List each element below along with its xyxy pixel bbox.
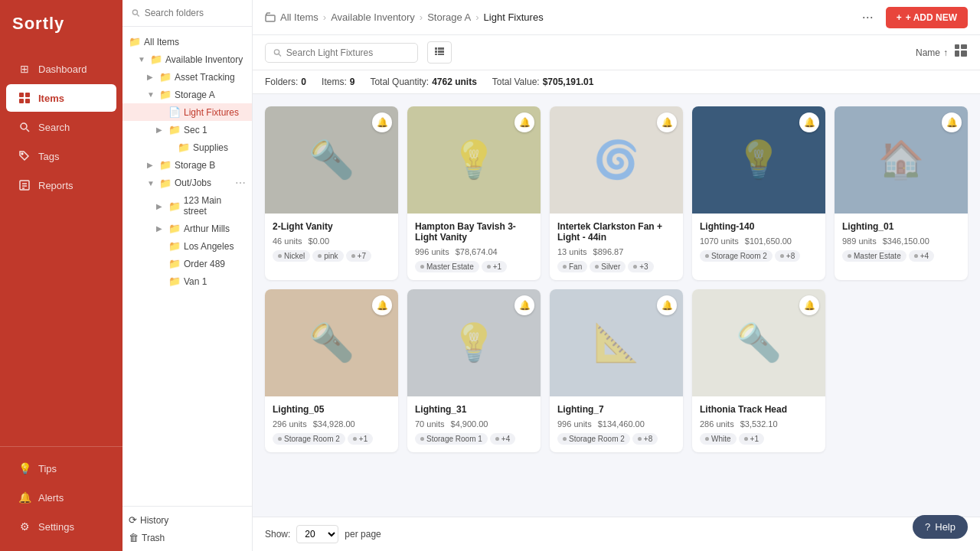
tree-item-menu-icon[interactable]: ⋯ (235, 177, 246, 189)
tree-item-history[interactable]: ⟳ History (122, 511, 252, 529)
item-tag: Storage Room 2 (557, 433, 630, 445)
tree-item-label: Trash (142, 533, 165, 543)
sidebar-item-search[interactable]: Search (6, 113, 116, 141)
sidebar-item-label: Search (38, 122, 70, 133)
folder-icon: 📁 (168, 240, 181, 252)
tag-dot (278, 254, 282, 258)
item-image: 🏠 🔔 (835, 106, 968, 214)
toolbar: Name ↑ (253, 35, 980, 70)
sidebar-item-tips[interactable]: 💡 Tips (6, 455, 116, 482)
item-image: 🔦 🔔 (265, 289, 398, 396)
tree-item-supplies[interactable]: ▶ 📁 Supplies (122, 139, 252, 156)
item-stats: 13 units $896.87 (557, 247, 675, 256)
bell-button[interactable]: 🔔 (514, 112, 534, 132)
tag-dot (318, 254, 322, 258)
tree-item-label: All Items (144, 37, 179, 47)
item-units: 296 units (273, 419, 307, 429)
tree-item-out-jobs[interactable]: ▼ 📁 Out/Jobs ⋯ (122, 174, 252, 192)
item-card-hampton-bay[interactable]: 💡 🔔 Hampton Bay Tavish 3-Light Vanity 99… (407, 106, 541, 280)
item-tag: pink (312, 250, 343, 262)
svg-point-4 (21, 123, 27, 129)
bell-button[interactable]: 🔔 (942, 112, 962, 132)
tag-dot (563, 265, 567, 269)
sidebar-item-reports[interactable]: Reports (6, 171, 116, 199)
item-card-lighting-31[interactable]: 💡 🔔 Lighting_31 70 units $4,900.00 Stora… (407, 289, 541, 452)
tree-item-arthur-mills[interactable]: ▶ 📁 Arthur Mills (122, 220, 252, 237)
bell-button[interactable]: 🔔 (372, 295, 392, 315)
tree-item-storage-b[interactable]: ▶ 📁 Storage B (122, 156, 252, 174)
tree-item-order-489[interactable]: ▶ 📁 Order 489 (122, 255, 252, 272)
tree-item-los-angeles[interactable]: ▶ 📁 Los Angeles (122, 237, 252, 255)
bell-button[interactable]: 🔔 (799, 112, 819, 132)
grid-icon (954, 44, 968, 57)
folder-search-icon (132, 8, 140, 18)
add-new-button[interactable]: + + ADD NEW (886, 7, 968, 28)
item-tag: +1 (482, 261, 507, 272)
file-tree-panel: 📁 All Items ▼ 📁 Available Inventory ▶ 📁 … (122, 0, 253, 551)
item-stats: 989 units $346,150.00 (842, 236, 960, 246)
item-units: 286 units (700, 419, 734, 429)
folder-search-input[interactable] (145, 8, 243, 18)
sidebar-item-dashboard[interactable]: ⊞ Dashboard (6, 55, 116, 83)
item-card-lighting-7[interactable]: 📐 🔔 Lighting_7 996 units $134,460.00 Sto… (550, 289, 683, 452)
item-tags: White +1 (700, 433, 818, 445)
bell-button[interactable]: 🔔 (657, 112, 677, 132)
item-image: 💡 🔔 (407, 106, 541, 214)
tree-item-van1[interactable]: ▶ 📁 Van 1 (122, 272, 252, 290)
view-toggle-button[interactable] (427, 41, 452, 64)
item-card-lighting-01[interactable]: 🏠 🔔 Lighting_01 989 units $346,150.00 Ma… (835, 106, 968, 280)
per-page-label: per page (345, 529, 381, 540)
item-card-intertek-clarkston[interactable]: 🌀 🔔 Intertek Clarkston Fan + Light - 44i… (550, 106, 683, 280)
tree-item-label: Van 1 (184, 276, 207, 287)
sidebar-item-settings[interactable]: ⚙ Settings (6, 513, 116, 540)
sort-button[interactable]: Name ↑ (916, 47, 948, 58)
tree-item-light-fixtures[interactable]: ▶ 📄 Light Fixtures (122, 103, 252, 121)
bell-button[interactable]: 🔔 (514, 295, 534, 315)
tree-item-sec1[interactable]: ▶ 📁 Sec 1 (122, 121, 252, 139)
tag-dot (638, 437, 642, 441)
item-tag: Master Estate (842, 250, 906, 262)
bell-button[interactable]: 🔔 (372, 112, 392, 132)
help-button[interactable]: ? Help (913, 515, 968, 539)
sidebar-item-tags[interactable]: Tags (6, 142, 116, 170)
item-units: 996 units (557, 419, 592, 429)
items-label: Items: (322, 77, 347, 87)
per-page-select[interactable]: 20 10 50 100 (296, 525, 338, 543)
grid-view-button[interactable] (954, 44, 968, 61)
item-card-lighting-05[interactable]: 🔦 🔔 Lighting_05 296 units $34,928.00 Sto… (265, 289, 398, 452)
bell-button[interactable]: 🔔 (799, 295, 819, 315)
help-label: Help (935, 521, 956, 533)
breadcrumb-item[interactable]: All Items (280, 11, 318, 23)
sidebar-item-items[interactable]: Items (6, 84, 116, 112)
settings-icon: ⚙ (18, 520, 31, 533)
item-units: 989 units (842, 236, 877, 246)
tree-item-123-main-street[interactable]: ▶ 📁 123 Main street (122, 192, 252, 220)
item-card-2-light-vanity[interactable]: 🔦 🔔 2-Light Vanity 46 units $0.00 Nickel… (265, 106, 398, 280)
more-options-button[interactable]: ··· (856, 6, 880, 28)
search-input[interactable] (286, 47, 410, 58)
tag-dot (705, 437, 709, 441)
stats-bar: Folders: 0 Items: 9 Total Quantity: 4762… (253, 70, 980, 94)
item-card-lighting-140[interactable]: 💡 🔔 Lighting-140 1070 units $101,650.00 … (692, 106, 825, 280)
item-name: Intertek Clarkston Fan + Light - 44in (557, 221, 675, 243)
item-tag: +1 (739, 433, 764, 445)
item-tag: +4 (490, 433, 515, 445)
tag-dot (705, 254, 709, 258)
tree-item-trash[interactable]: 🗑 Trash (122, 529, 252, 546)
bell-button[interactable]: 🔔 (657, 295, 677, 315)
breadcrumb-item[interactable]: Available Inventory (331, 11, 415, 23)
svg-line-5 (27, 129, 30, 132)
breadcrumb-separator: › (420, 11, 423, 23)
tree-item-all-items[interactable]: 📁 All Items (122, 33, 252, 51)
svg-rect-13 (266, 15, 275, 21)
tree-item-label: 123 Main street (184, 195, 246, 217)
item-tag: Storage Room 1 (415, 433, 488, 445)
breadcrumb-item[interactable]: Storage A (427, 11, 471, 23)
tree-item-available-inventory[interactable]: ▼ 📁 Available Inventory (122, 51, 252, 68)
breadcrumb-actions: ··· + + ADD NEW (856, 6, 968, 28)
item-name: Lighting_31 (415, 404, 533, 415)
tree-item-storage-a[interactable]: ▼ 📁 Storage A (122, 86, 252, 103)
sidebar-item-alerts[interactable]: 🔔 Alerts (6, 484, 116, 511)
item-card-lithonia[interactable]: 🔦 🔔 Lithonia Track Head 286 units $3,532… (692, 289, 825, 452)
tree-item-asset-tracking[interactable]: ▶ 📁 Asset Tracking (122, 68, 252, 86)
